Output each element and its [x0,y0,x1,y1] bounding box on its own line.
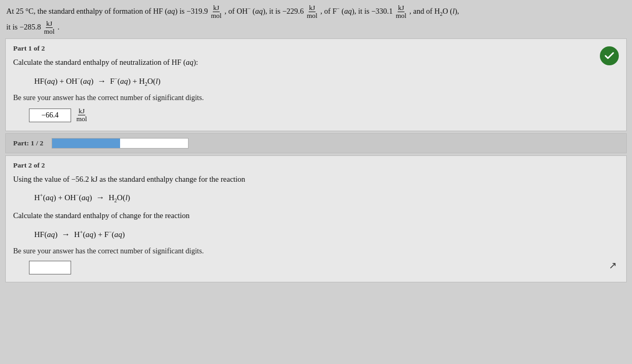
part2-question: Calculate the standard enthalpy of chang… [13,210,619,222]
part2-reaction2: HF(aq) → H+(aq) + F−(aq) [34,227,619,242]
part2-answer-input[interactable] [29,261,71,274]
fraction-oh: kJ mol [306,4,318,20]
part1-hint: Be sure your answer has the correct numb… [13,94,619,102]
part1-label: Part 1 of 2 [13,44,619,53]
progress-bar [52,138,189,149]
part1-reaction: HF(aq) + OH−(aq) → F−(aq) + H2O(l) [34,74,619,88]
header-line2: it is −285.8 kJ mol . [6,23,60,31]
part1-question: Calculate the standard enthalpy of neutr… [13,57,619,68]
fraction-f: kJ mol [395,4,407,20]
part2-reaction1: H+(aq) + OH−(aq) → H2O(l) [34,190,619,205]
part1-unit-fraction: kJ mol [76,107,87,123]
progress-bar-fill [52,139,120,148]
part2-intro: Using the value of −56.2 kJ as the stand… [13,174,619,185]
page-container: At 25 °C, the standard enthalpy of forma… [0,0,632,282]
part2-label: Part 2 of 2 [13,161,619,170]
part1-section: Part 1 of 2 Calculate the standard entha… [5,38,627,131]
fraction-hf: kJ mol [211,4,222,20]
header-text: At 25 °C, the standard enthalpy of forma… [5,4,627,35]
checkmark-icon [600,46,619,65]
part2-section: Part 2 of 2 Using the value of −56.2 kJ … [5,155,627,282]
part2-answer-row [29,261,619,274]
part1-answer-input[interactable]: −66.4 [29,109,71,122]
progress-label: Part: 1 / 2 [13,139,43,147]
part1-answer-row: −66.4 kJ mol [29,107,619,123]
cursor-arrow-icon: ↗ [609,260,617,271]
part2-hint: Be sure your answer has the correct numb… [13,247,619,255]
fraction-h2o: kJ mol [43,20,55,36]
header-line1: At 25 °C, the standard enthalpy of forma… [6,7,459,15]
progress-bar-row: Part: 1 / 2 [5,133,627,153]
